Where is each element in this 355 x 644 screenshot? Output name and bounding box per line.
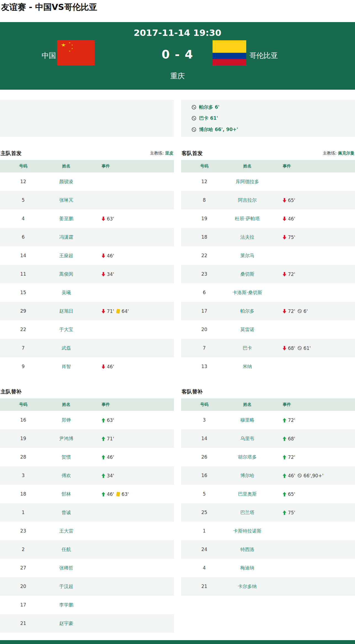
player-name-link[interactable]: 杜班·萨帕塔: [220, 209, 275, 228]
section-title: 主队替补: [1, 387, 22, 396]
player-name-link[interactable]: 吴曦: [39, 283, 94, 302]
player-row: 14王燊超46': [0, 246, 174, 265]
sub-off-icon: [283, 346, 286, 350]
goal-entry-text: 帕尔多 6': [199, 104, 219, 110]
player-name-link[interactable]: 穆里略: [220, 411, 275, 429]
player-row: 24特西洛: [181, 540, 355, 559]
player-row: 29赵旭日71'64': [0, 302, 174, 320]
player-name-link[interactable]: 巴卡: [220, 339, 275, 357]
goal-entry[interactable]: 巴卡 61': [192, 115, 355, 121]
player-name-link[interactable]: 于汉超: [39, 577, 94, 596]
player-name-link[interactable]: 王大雷: [39, 522, 94, 540]
goal-entry[interactable]: 帕尔多 6': [192, 104, 355, 110]
player-events: 68'61': [283, 339, 313, 357]
event-minute: 71': [107, 308, 114, 314]
player-name-link[interactable]: 帕尔多: [220, 302, 275, 320]
colombia-flag: [213, 40, 246, 65]
player-row: 16郑铮63': [0, 411, 174, 429]
yellow-card-icon: [116, 309, 120, 313]
section-title: 主队首发: [1, 148, 22, 158]
player-row: 4梅迪纳: [181, 559, 355, 577]
player-name-link[interactable]: 武磊: [39, 339, 94, 357]
player-row: 6冯潇霆: [0, 228, 174, 246]
player-name-link[interactable]: 法夫拉: [220, 228, 275, 246]
player-name-link[interactable]: 库阿德拉多: [220, 172, 275, 191]
player-name-link[interactable]: 赵旭日: [39, 302, 94, 320]
player-name-link[interactable]: 胡尔塔多: [220, 448, 275, 466]
player-name-link[interactable]: 卡斯特拉诺斯: [220, 522, 275, 540]
player-name-link[interactable]: 李学鹏: [39, 596, 94, 614]
player-name-link[interactable]: 乌里韦: [220, 429, 275, 448]
home-column: 主队首发 主教练: 里皮 号码姓名事件12颜骏凌5张琳芃4姜至鹏63'6冯潇霆1…: [0, 137, 174, 633]
match-venue: 重庆: [0, 71, 355, 81]
player-name-link[interactable]: 王燊超: [39, 246, 94, 265]
player-row: 8阿吉拉尔65': [181, 191, 355, 209]
player-name-link[interactable]: 肖智: [39, 357, 94, 376]
yellow-card-icon: [116, 492, 120, 496]
player-events: 46': [102, 357, 116, 376]
player-name-link[interactable]: 郜林: [39, 485, 94, 503]
player-name-link[interactable]: 冯潇霆: [39, 228, 94, 246]
lineup-columns: 主队首发 主教练: 里皮 号码姓名事件12颜骏凌5张琳芃4姜至鹏63'6冯潇霆1…: [0, 137, 355, 633]
sub-on-icon: [283, 492, 286, 496]
player-name-link[interactable]: 莫雷诺: [220, 320, 275, 339]
event-minute: 34': [107, 272, 114, 277]
player-name-link[interactable]: 米纳: [220, 357, 275, 376]
player-row: 1曾诚: [0, 503, 174, 522]
player-name-link[interactable]: 郑铮: [39, 411, 94, 429]
coach-line: 主教练: 里皮: [150, 148, 173, 158]
player-name-link[interactable]: 姜至鹏: [39, 209, 94, 228]
player-row: 12库阿德拉多: [181, 172, 355, 191]
home-starters-table: 号码姓名事件12颜骏凌5张琳芃4姜至鹏63'6冯潇霆14王燊超46'11蒿俊闵3…: [0, 160, 174, 376]
col-header-name: 姓名: [220, 160, 275, 172]
player-events: 68': [283, 429, 298, 448]
player-name-link[interactable]: 颜骏凌: [39, 172, 94, 191]
home-subs-head: 主队替补: [0, 387, 174, 396]
player-row: 1卡斯特拉诺斯: [181, 522, 355, 540]
coach-name-link[interactable]: 佩克尔曼: [338, 151, 354, 156]
sub-off-icon: [102, 254, 105, 258]
player-name-link[interactable]: 曾诚: [39, 503, 94, 522]
player-row: 18法夫拉75': [181, 228, 355, 246]
bottom-green-bar: [0, 640, 355, 644]
player-name-link[interactable]: 博尔哈: [220, 466, 275, 485]
player-name-link[interactable]: 尹鸿博: [39, 429, 94, 448]
player-row: 25巴兰塔75': [181, 503, 355, 522]
sub-on-icon: [102, 455, 105, 459]
sub-off-icon: [102, 364, 105, 369]
player-events: 72': [283, 411, 298, 429]
player-name-link[interactable]: 贺惯: [39, 448, 94, 466]
sub-on-icon: [283, 437, 286, 441]
player-name-link[interactable]: 特西洛: [220, 540, 275, 559]
player-name-link[interactable]: 莱尔马: [220, 246, 275, 265]
col-header-event: 事件: [102, 160, 110, 172]
player-name-link[interactable]: 张稀哲: [39, 559, 94, 577]
coach-name-link[interactable]: 里皮: [165, 151, 173, 156]
player-name-link[interactable]: 于大宝: [39, 320, 94, 339]
sub-on-icon: [102, 437, 105, 441]
player-events: 34': [102, 466, 116, 485]
player-name-link[interactable]: 张琳芃: [39, 191, 94, 209]
col-header-name: 姓名: [39, 160, 94, 172]
player-name-link[interactable]: 阿吉拉尔: [220, 191, 275, 209]
player-name-link[interactable]: 傅欢: [39, 466, 94, 485]
player-name-link[interactable]: 巴兰塔: [220, 503, 275, 522]
player-name-link[interactable]: 桑切斯: [220, 265, 275, 283]
player-name-link[interactable]: 巴里奥斯: [220, 485, 275, 503]
player-name-link[interactable]: 卡尔多纳: [220, 577, 275, 596]
player-row: 27张稀哲: [0, 559, 174, 577]
player-name-link[interactable]: 梅迪纳: [220, 559, 275, 577]
player-row: 19杜班·萨帕塔46': [181, 209, 355, 228]
player-events: 65': [283, 485, 298, 503]
goal-entry[interactable]: 博尔哈 66', 90+': [192, 126, 355, 133]
player-row: 20莫雷诺: [181, 320, 355, 339]
event-minute: 64': [121, 308, 129, 314]
player-events: 46': [102, 448, 116, 466]
player-row: 11蒿俊闵34': [0, 265, 174, 283]
player-row: 12颜骏凌: [0, 172, 174, 191]
event-minute: 72': [288, 272, 295, 277]
player-name-link[interactable]: 赵宇豪: [39, 614, 94, 633]
player-name-link[interactable]: 卡洛斯·桑切斯: [220, 283, 275, 302]
player-name-link[interactable]: 蒿俊闵: [39, 265, 94, 283]
player-name-link[interactable]: 任航: [39, 540, 94, 559]
